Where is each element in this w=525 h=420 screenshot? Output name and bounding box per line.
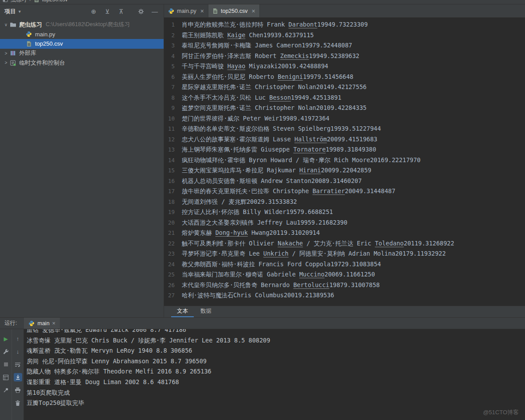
breadcrumb: 虫练习 › top250.csv bbox=[0, 0, 525, 4]
line-text: 星际穿越克里斯托弗·诺兰 Christopher Nolan20149.4212… bbox=[182, 82, 367, 93]
tab-top250-csv[interactable]: top250.csv× bbox=[208, 4, 260, 17]
editor-line[interactable]: 26末代皇帝贝纳尔多·贝托鲁奇 Bernardo Bertolucci19879… bbox=[164, 280, 525, 291]
line-number: 5 bbox=[164, 61, 182, 72]
scratches-icon bbox=[9, 59, 16, 66]
hide-icon[interactable]: — bbox=[151, 8, 158, 15]
editor-line[interactable]: 15三傻大闹宝莱坞拉库马·希拉尼 Rajkumar Hirani20099.22… bbox=[164, 165, 525, 176]
line-text: 控方证人比利·怀尔德 Billy Wilder19579.6688251 bbox=[182, 207, 333, 218]
editor-line[interactable]: 6美丽人生罗伯托·贝尼尼 Roberto Benigni19979.514566… bbox=[164, 72, 525, 82]
locate-icon[interactable]: ⊕ bbox=[90, 8, 97, 15]
rerun-icon[interactable]: ▶ bbox=[2, 334, 10, 343]
editor-line[interactable]: 24教父弗朗西斯·福特·科波拉 Francis Ford Coppola1972… bbox=[164, 259, 525, 270]
editor-line[interactable]: 16机器人总动员安德鲁·斯坦顿 Andrew Stanton20089.3146… bbox=[164, 176, 525, 187]
line-number: 23 bbox=[164, 249, 182, 259]
tree-item-label: top250.csv bbox=[35, 40, 63, 47]
caret-down-icon: ▾ bbox=[19, 9, 21, 14]
editor-line[interactable]: 13海上钢琴师朱塞佩·托纳多雷 Giuseppe Tornatore19989.… bbox=[164, 144, 525, 155]
down-arrow-icon[interactable]: ↓ bbox=[14, 347, 22, 356]
line-text: 千与千寻宫崎骏 Hayao Miyazaki20019.42488894 bbox=[182, 61, 328, 72]
chevron-right-icon: > bbox=[3, 60, 9, 65]
project-path: C:\Users\86182\Desktop\爬虫练习 bbox=[46, 21, 130, 28]
line-text: 辛德勒的名单史蒂文·斯皮尔伯格 Steven Spielberg19939.51… bbox=[182, 124, 381, 134]
tab-main-py[interactable]: main.py× bbox=[164, 4, 208, 17]
tree-item-scratches[interactable]: >临时文件和控制台 bbox=[0, 58, 164, 68]
expand-all-icon[interactable]: ⊻ bbox=[104, 8, 111, 15]
editor-line[interactable]: 1肖申克的救赎弗兰克·德拉邦特 Frank Darabont19949.7322… bbox=[164, 19, 525, 30]
settings-wrench-icon[interactable] bbox=[2, 347, 10, 356]
line-text: 肖申克的救赎弗兰克·德拉邦特 Frank Darabont19949.73223… bbox=[182, 19, 368, 30]
tree-item-external-libraries[interactable]: >外部库 bbox=[0, 49, 164, 58]
line-number: 7 bbox=[164, 82, 182, 93]
restore-layout-icon[interactable] bbox=[2, 373, 10, 381]
collapse-all-icon[interactable]: ⊼ bbox=[118, 8, 125, 15]
editor-line[interactable]: 18无间道刘伟强 / 麦兆辉20029.31533832 bbox=[164, 197, 525, 207]
line-text: 哈利·波特与魔法石Chris Columbus20019.21389536 bbox=[182, 290, 334, 301]
print-icon[interactable] bbox=[14, 386, 22, 394]
line-text: 海上钢琴师朱塞佩·托纳多雷 Giuseppe Tornatore19989.31… bbox=[182, 144, 376, 155]
editor-line[interactable]: 5千与千寻宫崎骏 Hayao Miyazaki20019.42488894 bbox=[164, 61, 525, 72]
pin-icon[interactable] bbox=[2, 386, 10, 394]
line-number: 12 bbox=[164, 134, 182, 145]
scroll-to-end-icon[interactable] bbox=[14, 373, 22, 381]
line-number: 9 bbox=[164, 103, 182, 113]
settings-gear-icon[interactable] bbox=[137, 8, 145, 15]
editor-line[interactable]: 17放牛班的春天克里斯托夫·巴拉蒂 Christophe Barratier20… bbox=[164, 186, 525, 197]
csv-view-tabs: 文本数据 bbox=[164, 306, 525, 317]
console-line: 冰雪奇缘 克里斯·巴克 Chris Buck / 珍妮弗·李 Jennifer … bbox=[27, 335, 525, 346]
editor-line[interactable]: 19控方证人比利·怀尔德 Billy Wilder19579.6688251 bbox=[164, 207, 525, 218]
line-number: 6 bbox=[164, 72, 182, 82]
editor-line[interactable]: 20大话西游之大圣娶亲刘镇伟 Jeffrey Lau19959.21682390 bbox=[164, 218, 525, 228]
close-icon[interactable]: × bbox=[52, 320, 56, 327]
editor-line[interactable]: 9盗梦空间克里斯托弗·诺兰 Christopher Nolan20109.422… bbox=[164, 103, 525, 113]
breadcrumb-item-file[interactable]: top250.csv bbox=[42, 0, 68, 3]
line-text: 忠犬八公的故事莱塞·霍尔斯道姆 Lasse Hallström20099.415… bbox=[182, 134, 377, 145]
line-text: 无间道刘伟强 / 麦兆辉20029.31533832 bbox=[182, 197, 297, 207]
close-icon[interactable]: × bbox=[251, 8, 255, 15]
line-number: 13 bbox=[164, 144, 182, 155]
line-text: 阿甘正传罗伯特·泽米吉斯 Robert Zemeckis19949.523896… bbox=[182, 51, 359, 62]
editor-line[interactable]: 27哈利·波特与魔法石Chris Columbus20019.21389536 bbox=[164, 290, 525, 301]
console-line: 血钻 爱德华·兹威克 Edward Zwick 2006 8.7 417186 bbox=[27, 329, 525, 335]
project-panel: 项目 ▾ ⊕⊻⊼— ∨爬虫练习C:\Users\86182\Desktop\爬虫… bbox=[0, 4, 164, 317]
run-panel-body: ▶ ↑↓ 血钻 爱德华·兹威克 Edward Zwick 2006 8.7 41… bbox=[0, 329, 525, 420]
close-icon[interactable]: × bbox=[200, 8, 204, 15]
editor-line[interactable]: 11辛德勒的名单史蒂文·斯皮尔伯格 Steven Spielberg19939.… bbox=[164, 124, 525, 134]
line-text: 这个杀手不太冷吕克·贝松 Luc Besson19949.42513891 bbox=[182, 93, 341, 103]
line-text: 霸王别姬陈凯歌 Kaige Chen19939.62379115 bbox=[182, 30, 314, 41]
editor-line[interactable]: 25当幸福来敲门加布里尔·穆奇诺 Gabriele Muccino20069.1… bbox=[164, 269, 525, 280]
run-tab-main[interactable]: main × bbox=[24, 318, 60, 329]
stop-icon[interactable] bbox=[2, 360, 10, 369]
breadcrumb-bar: 虫练习 › top250.csv bbox=[0, 0, 525, 4]
pycharm-window: 虫练习 › top250.csv 项目 ▾ ⊕⊻⊼— ∨爬虫练习C:\Users… bbox=[0, 0, 525, 420]
view-tab-data[interactable]: 数据 bbox=[195, 306, 217, 317]
clear-console-icon[interactable] bbox=[14, 399, 22, 407]
line-text: 楚门的世界彼得·威尔 Peter Weir19989.41972364 bbox=[182, 113, 329, 124]
editor-area: main.py×top250.csv× 1肖申克的救赎弗兰克·德拉邦特 Fran… bbox=[164, 4, 525, 317]
soft-wrap-icon[interactable] bbox=[14, 360, 22, 369]
editor-line[interactable]: 23寻梦环游记李·昂克里奇 Lee Unkrich / 阿德里安·莫利纳 Adr… bbox=[164, 249, 525, 259]
editor-line[interactable]: 14疯狂动物城拜伦·霍华德 Byron Howard / 瑞奇·摩尔 Rich … bbox=[164, 155, 525, 166]
editor-line[interactable]: 2霸王别姬陈凯歌 Kaige Chen19939.62379115 bbox=[164, 30, 525, 41]
line-text: 教父弗朗西斯·福特·科波拉 Francis Ford Coppola19729.… bbox=[182, 259, 381, 270]
editor-line[interactable]: 10楚门的世界彼得·威尔 Peter Weir19989.41972364 bbox=[164, 113, 525, 124]
tree-item-main-py[interactable]: main.py bbox=[0, 30, 164, 39]
editor-line[interactable]: 12忠犬八公的故事莱塞·霍尔斯道姆 Lasse Hallström20099.4… bbox=[164, 134, 525, 145]
project-root-item[interactable]: ∨爬虫练习C:\Users\86182\Desktop\爬虫练习 bbox=[0, 20, 164, 30]
editor-line[interactable]: 3泰坦尼克号詹姆斯·卡梅隆 James Cameron19979.5244808… bbox=[164, 40, 525, 51]
editor[interactable]: 1肖申克的救赎弗兰克·德拉邦特 Frank Darabont19949.7322… bbox=[164, 18, 525, 306]
breadcrumb-item-project[interactable]: 虫练习 bbox=[11, 0, 27, 4]
project-panel-title[interactable]: 项目 ▾ bbox=[4, 8, 21, 16]
editor-line[interactable]: 21熔炉黄东赫 Dong-hyuk Hwang20119.31020914 bbox=[164, 228, 525, 238]
run-console[interactable]: 血钻 爱德华·兹威克 Edward Zwick 2006 8.7 417186冰… bbox=[24, 329, 525, 420]
python-icon bbox=[25, 31, 32, 38]
up-arrow-icon[interactable]: ↑ bbox=[14, 334, 22, 343]
chevron-right-icon: > bbox=[3, 51, 9, 56]
editor-line[interactable]: 4阿甘正传罗伯特·泽米吉斯 Robert Zemeckis19949.52389… bbox=[164, 51, 525, 62]
line-text: 美丽人生罗伯托·贝尼尼 Roberto Benigni19979.5145664… bbox=[182, 72, 353, 82]
run-label: 运行: bbox=[4, 319, 17, 327]
editor-line[interactable]: 22触不可及奥利维·那卡什 Olivier Nakache / 艾力克·托兰达 … bbox=[164, 238, 525, 249]
view-tab-text[interactable]: 文本 bbox=[171, 306, 194, 317]
tree-item-top250-csv[interactable]: top250.csv bbox=[0, 39, 164, 49]
editor-line[interactable]: 8这个杀手不太冷吕克·贝松 Luc Besson19949.42513891 bbox=[164, 93, 525, 103]
editor-line[interactable]: 7星际穿越克里斯托弗·诺兰 Christopher Nolan20149.421… bbox=[164, 82, 525, 93]
